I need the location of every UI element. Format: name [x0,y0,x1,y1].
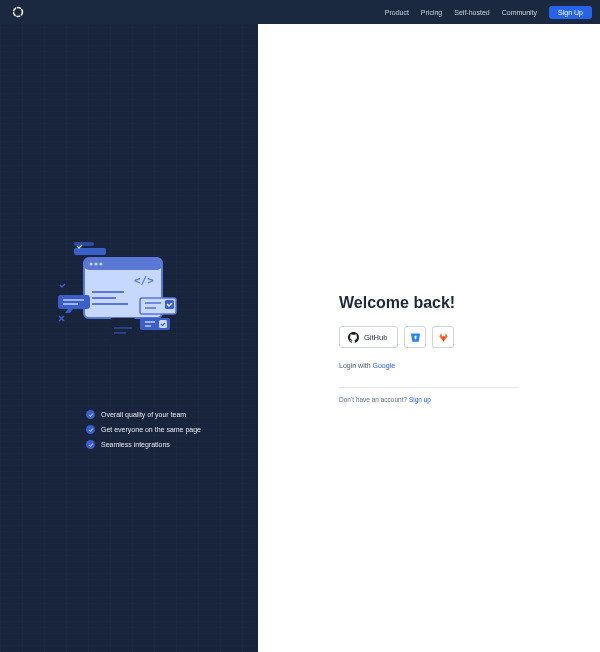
gitlab-icon [438,332,449,343]
check-icon [86,440,95,449]
feature-item: Seamless integrations [86,440,201,449]
divider [339,387,519,388]
svg-point-5 [99,262,102,265]
feature-text: Seamless integrations [101,441,170,448]
svg-point-3 [89,262,92,265]
feature-text: Overall quality of your team [101,411,186,418]
svg-text:</>: </> [134,274,154,287]
svg-rect-12 [58,295,90,309]
svg-rect-22 [159,320,167,328]
bitbucket-icon [410,332,421,343]
welcome-heading: Welcome back! [339,294,519,312]
nav-community[interactable]: Community [502,9,537,16]
gitlab-login-button[interactable] [432,326,454,348]
hero-panel: </> [0,24,258,652]
signup-link[interactable]: Sign up [409,396,431,403]
google-login-line: Login with Google [339,362,519,369]
nav-product[interactable]: Product [385,9,409,16]
github-login-button[interactable]: GitHub [339,326,398,348]
feature-list: Overall quality of your team Get everyon… [86,410,201,455]
logo[interactable] [12,6,24,18]
google-login-link[interactable]: Google [372,362,395,369]
check-icon [86,410,95,419]
login-panel: Welcome back! GitHub Login with Google D… [258,24,600,652]
github-label: GitHub [364,333,387,342]
svg-rect-10 [74,248,106,255]
svg-rect-11 [74,242,94,246]
nav-pricing[interactable]: Pricing [421,9,442,16]
feature-item: Get everyone on the same page [86,425,201,434]
bitbucket-login-button[interactable] [404,326,426,348]
signup-line: Don't have an account? Sign up [339,396,519,403]
signup-button[interactable]: Sign Up [549,6,592,19]
github-icon [348,332,359,343]
nav: Product Pricing Self-hosted Community Si… [385,6,592,19]
feature-item: Overall quality of your team [86,410,201,419]
oauth-buttons: GitHub [339,326,519,348]
main: </> [0,24,600,652]
topbar: Product Pricing Self-hosted Community Si… [0,0,600,24]
svg-rect-23 [110,318,136,344]
hero-illustration: </> [54,240,204,364]
svg-point-0 [14,8,23,17]
nav-self-hosted[interactable]: Self-hosted [454,9,489,16]
logo-icon [12,6,24,18]
feature-text: Get everyone on the same page [101,426,201,433]
check-icon [86,425,95,434]
svg-point-4 [94,262,97,265]
svg-rect-18 [165,300,174,309]
